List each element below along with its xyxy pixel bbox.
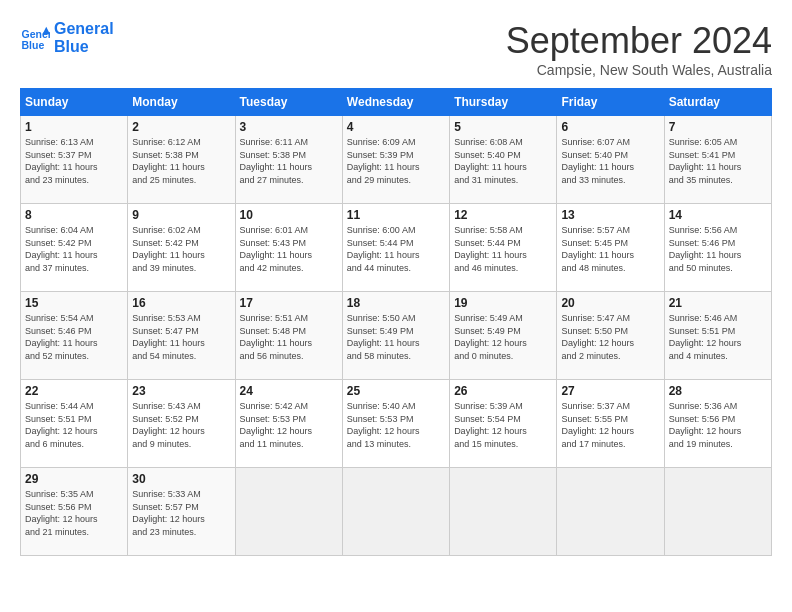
day-header-friday: Friday (557, 89, 664, 116)
calendar-cell: 25Sunrise: 5:40 AM Sunset: 5:53 PM Dayli… (342, 380, 449, 468)
day-number: 30 (132, 472, 230, 486)
calendar-cell: 22Sunrise: 5:44 AM Sunset: 5:51 PM Dayli… (21, 380, 128, 468)
calendar-cell: 28Sunrise: 5:36 AM Sunset: 5:56 PM Dayli… (664, 380, 771, 468)
calendar-week-1: 1Sunrise: 6:13 AM Sunset: 5:37 PM Daylig… (21, 116, 772, 204)
day-number: 22 (25, 384, 123, 398)
day-info: Sunrise: 5:50 AM Sunset: 5:49 PM Dayligh… (347, 312, 445, 362)
calendar-cell (235, 468, 342, 556)
day-number: 21 (669, 296, 767, 310)
calendar-cell: 21Sunrise: 5:46 AM Sunset: 5:51 PM Dayli… (664, 292, 771, 380)
day-number: 9 (132, 208, 230, 222)
day-number: 14 (669, 208, 767, 222)
calendar-cell: 14Sunrise: 5:56 AM Sunset: 5:46 PM Dayli… (664, 204, 771, 292)
day-info: Sunrise: 6:09 AM Sunset: 5:39 PM Dayligh… (347, 136, 445, 186)
day-info: Sunrise: 6:05 AM Sunset: 5:41 PM Dayligh… (669, 136, 767, 186)
day-info: Sunrise: 5:42 AM Sunset: 5:53 PM Dayligh… (240, 400, 338, 450)
day-info: Sunrise: 5:36 AM Sunset: 5:56 PM Dayligh… (669, 400, 767, 450)
day-number: 11 (347, 208, 445, 222)
calendar-cell: 8Sunrise: 6:04 AM Sunset: 5:42 PM Daylig… (21, 204, 128, 292)
logo-text-line2: Blue (54, 38, 114, 56)
calendar-header-row: SundayMondayTuesdayWednesdayThursdayFrid… (21, 89, 772, 116)
day-header-sunday: Sunday (21, 89, 128, 116)
day-header-saturday: Saturday (664, 89, 771, 116)
day-number: 8 (25, 208, 123, 222)
calendar-cell (342, 468, 449, 556)
calendar-cell: 20Sunrise: 5:47 AM Sunset: 5:50 PM Dayli… (557, 292, 664, 380)
calendar-cell: 5Sunrise: 6:08 AM Sunset: 5:40 PM Daylig… (450, 116, 557, 204)
calendar-cell: 10Sunrise: 6:01 AM Sunset: 5:43 PM Dayli… (235, 204, 342, 292)
day-info: Sunrise: 5:44 AM Sunset: 5:51 PM Dayligh… (25, 400, 123, 450)
day-number: 3 (240, 120, 338, 134)
logo-text-line1: General (54, 20, 114, 38)
day-info: Sunrise: 5:47 AM Sunset: 5:50 PM Dayligh… (561, 312, 659, 362)
day-info: Sunrise: 5:49 AM Sunset: 5:49 PM Dayligh… (454, 312, 552, 362)
day-info: Sunrise: 5:56 AM Sunset: 5:46 PM Dayligh… (669, 224, 767, 274)
day-number: 19 (454, 296, 552, 310)
calendar-week-2: 8Sunrise: 6:04 AM Sunset: 5:42 PM Daylig… (21, 204, 772, 292)
day-number: 24 (240, 384, 338, 398)
day-number: 4 (347, 120, 445, 134)
day-number: 26 (454, 384, 552, 398)
page-header: General Blue General Blue September 2024… (20, 20, 772, 78)
logo: General Blue General Blue (20, 20, 114, 56)
calendar-cell: 2Sunrise: 6:12 AM Sunset: 5:38 PM Daylig… (128, 116, 235, 204)
logo-icon: General Blue (20, 23, 50, 53)
day-info: Sunrise: 6:08 AM Sunset: 5:40 PM Dayligh… (454, 136, 552, 186)
day-number: 20 (561, 296, 659, 310)
calendar-cell: 24Sunrise: 5:42 AM Sunset: 5:53 PM Dayli… (235, 380, 342, 468)
calendar-cell: 13Sunrise: 5:57 AM Sunset: 5:45 PM Dayli… (557, 204, 664, 292)
title-area: September 2024 Campsie, New South Wales,… (506, 20, 772, 78)
day-number: 27 (561, 384, 659, 398)
month-title: September 2024 (506, 20, 772, 62)
day-info: Sunrise: 5:57 AM Sunset: 5:45 PM Dayligh… (561, 224, 659, 274)
calendar-cell (557, 468, 664, 556)
day-info: Sunrise: 5:40 AM Sunset: 5:53 PM Dayligh… (347, 400, 445, 450)
day-number: 17 (240, 296, 338, 310)
calendar-cell: 19Sunrise: 5:49 AM Sunset: 5:49 PM Dayli… (450, 292, 557, 380)
day-number: 16 (132, 296, 230, 310)
calendar-cell: 16Sunrise: 5:53 AM Sunset: 5:47 PM Dayli… (128, 292, 235, 380)
day-number: 10 (240, 208, 338, 222)
day-number: 28 (669, 384, 767, 398)
day-info: Sunrise: 6:02 AM Sunset: 5:42 PM Dayligh… (132, 224, 230, 274)
day-number: 13 (561, 208, 659, 222)
calendar-cell (450, 468, 557, 556)
calendar-cell: 6Sunrise: 6:07 AM Sunset: 5:40 PM Daylig… (557, 116, 664, 204)
calendar-cell: 1Sunrise: 6:13 AM Sunset: 5:37 PM Daylig… (21, 116, 128, 204)
day-info: Sunrise: 5:35 AM Sunset: 5:56 PM Dayligh… (25, 488, 123, 538)
day-number: 25 (347, 384, 445, 398)
day-number: 7 (669, 120, 767, 134)
day-info: Sunrise: 6:01 AM Sunset: 5:43 PM Dayligh… (240, 224, 338, 274)
day-info: Sunrise: 5:46 AM Sunset: 5:51 PM Dayligh… (669, 312, 767, 362)
calendar-cell: 11Sunrise: 6:00 AM Sunset: 5:44 PM Dayli… (342, 204, 449, 292)
calendar-cell: 26Sunrise: 5:39 AM Sunset: 5:54 PM Dayli… (450, 380, 557, 468)
day-number: 18 (347, 296, 445, 310)
calendar-cell: 29Sunrise: 5:35 AM Sunset: 5:56 PM Dayli… (21, 468, 128, 556)
day-info: Sunrise: 6:07 AM Sunset: 5:40 PM Dayligh… (561, 136, 659, 186)
day-info: Sunrise: 6:12 AM Sunset: 5:38 PM Dayligh… (132, 136, 230, 186)
day-number: 23 (132, 384, 230, 398)
day-info: Sunrise: 5:43 AM Sunset: 5:52 PM Dayligh… (132, 400, 230, 450)
day-number: 1 (25, 120, 123, 134)
day-header-tuesday: Tuesday (235, 89, 342, 116)
calendar-cell (664, 468, 771, 556)
day-info: Sunrise: 6:11 AM Sunset: 5:38 PM Dayligh… (240, 136, 338, 186)
day-info: Sunrise: 5:39 AM Sunset: 5:54 PM Dayligh… (454, 400, 552, 450)
svg-text:Blue: Blue (22, 39, 45, 51)
calendar-week-5: 29Sunrise: 5:35 AM Sunset: 5:56 PM Dayli… (21, 468, 772, 556)
calendar-cell: 27Sunrise: 5:37 AM Sunset: 5:55 PM Dayli… (557, 380, 664, 468)
day-number: 6 (561, 120, 659, 134)
day-number: 2 (132, 120, 230, 134)
calendar-cell: 18Sunrise: 5:50 AM Sunset: 5:49 PM Dayli… (342, 292, 449, 380)
calendar-cell: 7Sunrise: 6:05 AM Sunset: 5:41 PM Daylig… (664, 116, 771, 204)
day-info: Sunrise: 5:58 AM Sunset: 5:44 PM Dayligh… (454, 224, 552, 274)
calendar-cell: 15Sunrise: 5:54 AM Sunset: 5:46 PM Dayli… (21, 292, 128, 380)
day-number: 12 (454, 208, 552, 222)
calendar-week-4: 22Sunrise: 5:44 AM Sunset: 5:51 PM Dayli… (21, 380, 772, 468)
day-number: 5 (454, 120, 552, 134)
day-number: 15 (25, 296, 123, 310)
day-info: Sunrise: 5:37 AM Sunset: 5:55 PM Dayligh… (561, 400, 659, 450)
calendar-cell: 23Sunrise: 5:43 AM Sunset: 5:52 PM Dayli… (128, 380, 235, 468)
location-subtitle: Campsie, New South Wales, Australia (506, 62, 772, 78)
day-info: Sunrise: 5:51 AM Sunset: 5:48 PM Dayligh… (240, 312, 338, 362)
